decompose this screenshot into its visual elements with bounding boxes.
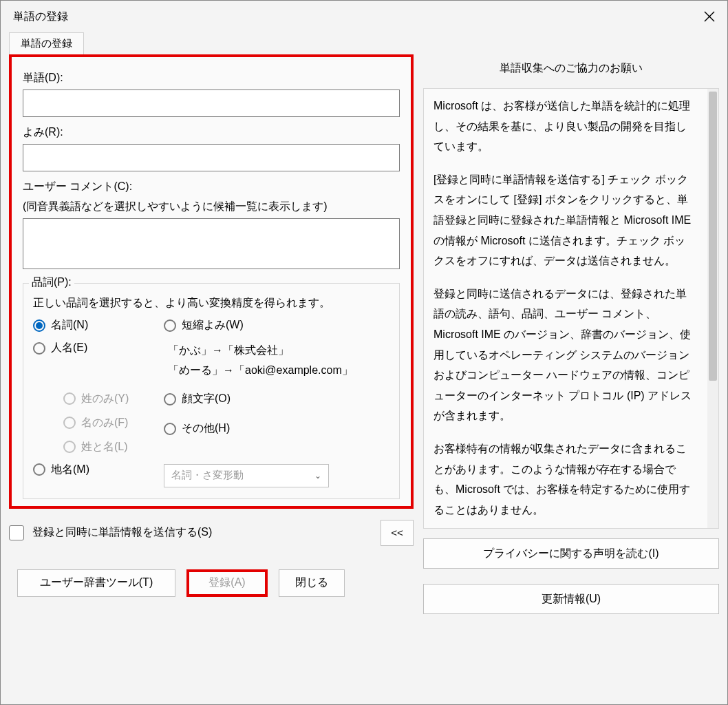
- radio-label: 人名(E): [51, 341, 87, 355]
- reading-label: よみ(R):: [23, 125, 400, 140]
- radio-label: 名詞(N): [51, 318, 88, 333]
- under-box: 登録と同時に単語情報を送信する(S) <<: [9, 520, 414, 546]
- reading-input[interactable]: [23, 144, 400, 171]
- radio-icon: [33, 319, 45, 332]
- example-line: 「めーる」→「aoki@example.com」: [168, 361, 389, 381]
- close-icon[interactable]: [700, 7, 719, 26]
- radio-other[interactable]: その他(H): [164, 421, 389, 436]
- pos-other-dropdown: 名詞・さ変形動 ⌄: [164, 464, 329, 487]
- pos-grid: 名詞(N) 短縮よみ(W) 人名(E): [33, 318, 389, 487]
- send-checkbox-label: 登録と同時に単語情報を送信する(S): [32, 525, 212, 540]
- register-button[interactable]: 登録(A): [186, 569, 268, 597]
- radio-label: 名のみ(F): [81, 416, 128, 430]
- right-column: 単語収集へのご協力のお願い Microsoft は、お客様が送信した単語を統計的…: [423, 54, 719, 697]
- chevron-down-icon: ⌄: [314, 471, 321, 481]
- radio-icon: [164, 393, 176, 406]
- info-paragraph: Microsoft は、お客様が送信した単語を統計的に処理し、その結果を基に、よ…: [433, 96, 696, 157]
- update-info-button[interactable]: 更新情報(U): [423, 584, 719, 614]
- radio-place[interactable]: 地名(M): [33, 463, 164, 477]
- radio-icon: [33, 463, 45, 476]
- info-text: Microsoft は、お客様が送信した単語を統計的に処理し、その結果を基に、よ…: [424, 89, 707, 528]
- radio-icon: [63, 417, 76, 429]
- radio-label: 顔文字(O): [182, 392, 231, 406]
- dialog-window: 単語の登録 単語の登録 単語(D): よみ(R): ユーザー コメント(C): …: [0, 0, 728, 705]
- radio-label: 姓と名(L): [81, 440, 128, 454]
- radio-label: 姓のみ(Y): [81, 392, 129, 406]
- pos-legend: 品詞(P):: [29, 275, 74, 290]
- dropdown-value: 名詞・さ変形動: [171, 469, 244, 482]
- radio-emoji[interactable]: 顔文字(O): [164, 392, 389, 406]
- titlebar: 単語の登録: [1, 1, 727, 32]
- example-line: 「かぶ」→「株式会社」: [168, 341, 389, 361]
- person-sub-radios: 姓のみ(Y) 名のみ(F) 姓と名(L): [33, 392, 164, 454]
- radio-label: その他(H): [182, 421, 230, 436]
- radio-icon: [63, 441, 76, 453]
- comment-input[interactable]: [23, 218, 400, 269]
- comment-hint: (同音異義語などを選択しやすいように候補一覧に表示します): [23, 200, 400, 214]
- radio-full-name: 姓と名(L): [63, 440, 164, 454]
- info-paragraph: お客様特有の情報が収集されたデータに含まれることがあります。このような情報が存在…: [433, 439, 696, 520]
- user-dict-tool-button[interactable]: ユーザー辞書ツール(T): [17, 569, 175, 597]
- radio-icon: [63, 392, 76, 405]
- word-input[interactable]: [23, 90, 400, 117]
- left-column: 単語(D): よみ(R): ユーザー コメント(C): (同音異義語などを選択し…: [9, 54, 414, 697]
- radio-icon: [164, 319, 176, 332]
- info-panel: Microsoft は、お客様が送信した単語を統計的に処理し、その結果を基に、よ…: [423, 88, 719, 529]
- tab-register[interactable]: 単語の登録: [9, 32, 84, 54]
- close-button[interactable]: 閉じる: [279, 569, 345, 597]
- radio-person[interactable]: 人名(E): [33, 341, 164, 355]
- radio-noun[interactable]: 名詞(N): [33, 318, 164, 333]
- tab-row: 単語の登録: [1, 32, 727, 54]
- input-section: 単語(D): よみ(R): ユーザー コメント(C): (同音異義語などを選択し…: [9, 54, 414, 509]
- collapse-button[interactable]: <<: [381, 520, 414, 546]
- word-label: 単語(D):: [23, 71, 400, 85]
- content-area: 単語(D): よみ(R): ユーザー コメント(C): (同音異義語などを選択し…: [1, 54, 727, 704]
- info-paragraph: 登録と同時に送信されるデータには、登録された単語の読み、語句、品詞、ユーザー コ…: [433, 284, 696, 426]
- radio-label: 短縮よみ(W): [182, 318, 244, 333]
- send-checkbox[interactable]: [9, 525, 24, 540]
- radio-abbrev[interactable]: 短縮よみ(W): [164, 318, 389, 333]
- info-title: 単語収集へのご協力のお願い: [423, 61, 719, 76]
- scroll-thumb[interactable]: [709, 92, 717, 381]
- privacy-statement-button[interactable]: プライバシーに関する声明を読む(I): [423, 538, 719, 569]
- abbrev-examples: 「かぶ」→「株式会社」 「めーる」→「aoki@example.com」: [168, 341, 389, 381]
- bottom-buttons: ユーザー辞書ツール(T) 登録(A) 閉じる: [17, 569, 414, 597]
- radio-label: 地名(M): [51, 463, 89, 477]
- pos-fieldset: 品詞(P): 正しい品詞を選択すると、より高い変換精度を得られます。 名詞(N)…: [23, 283, 400, 499]
- comment-label: ユーザー コメント(C):: [23, 180, 400, 194]
- person-group: 人名(E): [33, 341, 164, 355]
- info-paragraph: [登録と同時に単語情報を送信する] チェック ボックスをオンにして [登録] ボ…: [433, 169, 696, 271]
- radio-icon: [164, 423, 176, 435]
- radio-icon: [33, 342, 45, 355]
- radio-surname-only: 姓のみ(Y): [63, 392, 164, 406]
- window-title: 単語の登録: [13, 10, 68, 24]
- radio-given-only: 名のみ(F): [63, 416, 164, 430]
- pos-description: 正しい品詞を選択すると、より高い変換精度を得られます。: [33, 295, 389, 311]
- scrollbar[interactable]: [707, 89, 718, 528]
